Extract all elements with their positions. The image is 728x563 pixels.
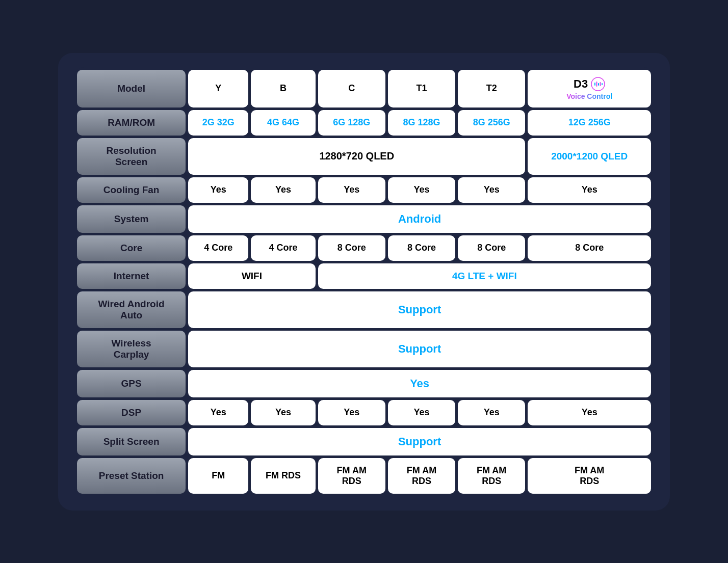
cooling-fan-c: Yes	[318, 177, 385, 203]
wired-android-value: Support	[188, 291, 651, 328]
core-c: 8 Core	[318, 235, 385, 261]
dsp-header: DSP	[77, 400, 186, 425]
wireless-carplay-value: Support	[188, 331, 651, 367]
cooling-fan-row: Cooling Fan Yes Yes Yes Yes Yes Yes	[77, 177, 651, 203]
internet-wifi: WIFI	[188, 263, 315, 289]
model-row: Model Y B C T1 T2 D3	[77, 70, 651, 108]
model-header: Model	[77, 70, 186, 108]
outer-container: Model Y B C T1 T2 D3	[58, 53, 670, 511]
ram-rom-b: 4G 64G	[251, 110, 315, 136]
preset-station-row: Preset Station FM FM RDS FM AM RDS FM AM…	[77, 458, 651, 494]
dsp-c: Yes	[318, 400, 385, 425]
svg-rect-5	[602, 83, 603, 85]
system-header: System	[77, 205, 186, 233]
ram-rom-header: RAM/ROM	[77, 110, 186, 136]
core-header: Core	[77, 235, 186, 261]
ram-rom-c: 6G 128G	[318, 110, 385, 136]
wireless-carplay-row: Wireless Carplay Support	[77, 331, 651, 367]
core-b: 4 Core	[251, 235, 315, 261]
model-y: Y	[188, 70, 248, 108]
cooling-fan-b: Yes	[251, 177, 315, 203]
system-row: System Android	[77, 205, 651, 233]
ram-rom-t1: 8G 128G	[388, 110, 455, 136]
internet-header: Internet	[77, 263, 186, 289]
ram-rom-t2: 8G 256G	[458, 110, 525, 136]
cooling-fan-header: Cooling Fan	[77, 177, 186, 203]
preset-station-d3: FM AM RDS	[528, 458, 651, 494]
svg-rect-2	[596, 82, 597, 87]
core-t2: 8 Core	[458, 235, 525, 261]
resolution-row: Resolution Screen 1280*720 QLED 2000*120…	[77, 138, 651, 175]
model-b: B	[251, 70, 315, 108]
ram-rom-row: RAM/ROM 2G 32G 4G 64G 6G 128G 8G 128G 8G…	[77, 110, 651, 136]
dsp-row: DSP Yes Yes Yes Yes Yes Yes	[77, 400, 651, 425]
voice-control-label: Voice Control	[566, 92, 612, 100]
core-t1: 8 Core	[388, 235, 455, 261]
ram-rom-d3: 12G 256G	[528, 110, 651, 136]
system-value: Android	[188, 205, 651, 233]
resolution-d3: 2000*1200 QLED	[528, 138, 651, 175]
gps-value: Yes	[188, 370, 651, 397]
dsp-y: Yes	[188, 400, 248, 425]
preset-station-t1: FM AM RDS	[388, 458, 455, 494]
core-y: 4 Core	[188, 235, 248, 261]
gps-header: GPS	[77, 370, 186, 397]
split-screen-row: Split Screen Support	[77, 428, 651, 455]
core-row: Core 4 Core 4 Core 8 Core 8 Core 8 Core …	[77, 235, 651, 261]
dsp-t2: Yes	[458, 400, 525, 425]
wireless-carplay-header: Wireless Carplay	[77, 331, 186, 367]
cooling-fan-d3: Yes	[528, 177, 651, 203]
svg-rect-3	[598, 83, 599, 86]
ram-rom-y: 2G 32G	[188, 110, 248, 136]
resolution-header: Resolution Screen	[77, 138, 186, 175]
core-d3: 8 Core	[528, 235, 651, 261]
internet-row: Internet WIFI 4G LTE + WIFI	[77, 263, 651, 289]
dsp-d3: Yes	[528, 400, 651, 425]
model-t1: T1	[388, 70, 455, 108]
preset-station-c: FM AM RDS	[318, 458, 385, 494]
preset-station-b: FM RDS	[251, 458, 315, 494]
model-d3: D3 Voice Control	[528, 70, 651, 108]
preset-station-y: FM	[188, 458, 248, 494]
svg-rect-4	[600, 82, 601, 86]
cooling-fan-t1: Yes	[388, 177, 455, 203]
preset-station-t2: FM AM RDS	[458, 458, 525, 494]
dsp-b: Yes	[251, 400, 315, 425]
split-screen-header: Split Screen	[77, 428, 186, 455]
model-t2: T2	[458, 70, 525, 108]
internet-lte: 4G LTE + WIFI	[318, 263, 651, 289]
cooling-fan-t2: Yes	[458, 177, 525, 203]
split-screen-value: Support	[188, 428, 651, 455]
d3-label: D3	[574, 77, 588, 91]
dsp-t1: Yes	[388, 400, 455, 425]
resolution-y-to-t2: 1280*720 QLED	[188, 138, 525, 175]
cooling-fan-y: Yes	[188, 177, 248, 203]
comparison-table-wrapper: Model Y B C T1 T2 D3	[74, 67, 654, 496]
svg-rect-1	[594, 83, 595, 86]
model-c: C	[318, 70, 385, 108]
preset-station-header: Preset Station	[77, 458, 186, 494]
wired-android-row: Wired Android Auto Support	[77, 291, 651, 328]
wired-android-header: Wired Android Auto	[77, 291, 186, 328]
comparison-table: Model Y B C T1 T2 D3	[74, 67, 654, 496]
gps-row: GPS Yes	[77, 370, 651, 397]
voice-control-icon	[591, 77, 605, 91]
